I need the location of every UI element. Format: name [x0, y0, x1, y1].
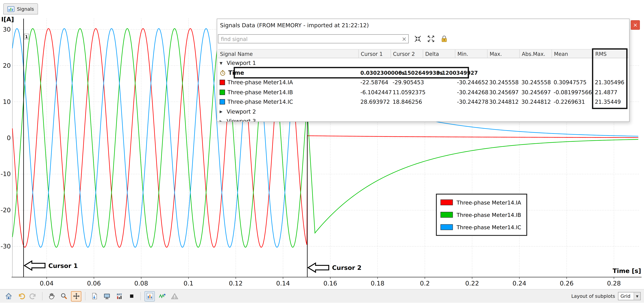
- marker-button[interactable]: [126, 291, 136, 301]
- fft-button[interactable]: FFT: [114, 291, 124, 301]
- signal-name-cell: Three-phase Meter14.IB: [218, 89, 359, 95]
- table-value-cell: -0.081997566: [552, 89, 593, 95]
- tab-signals[interactable]: Signals: [3, 3, 38, 15]
- x-tick-label: 0.04: [40, 280, 54, 287]
- column-header-cursor-1[interactable]: Cursor 1: [359, 50, 391, 58]
- subplot-layout-button[interactable]: [144, 291, 155, 301]
- legend-item: Three-phase Meter14.IA: [440, 196, 521, 208]
- signal-name-label: Time: [228, 70, 244, 76]
- signal-analyzer-workspace: 0.040.060.080.10.120.140.160.180.20.220.…: [0, 0, 644, 306]
- x-tick-label: 0.18: [371, 280, 384, 287]
- dropdown-caret-icon[interactable]: ▼: [634, 292, 640, 300]
- undo-button[interactable]: [16, 291, 26, 301]
- magnifier-icon: [60, 292, 68, 300]
- table-value-cell: 21.4877: [593, 89, 628, 95]
- column-header-cursor-2[interactable]: Cursor 2: [391, 50, 423, 58]
- x-tick-label: 0.26: [560, 280, 574, 287]
- home-button[interactable]: [3, 291, 14, 301]
- warning-triangle-icon: [170, 292, 179, 300]
- toolbar-separator: [85, 292, 86, 300]
- signal-row[interactable]: Three-phase Meter14.IC28.69397218.846256…: [218, 97, 629, 107]
- y-tick-label: -10: [0, 170, 11, 178]
- cursor-arrow-annotation: [308, 263, 329, 272]
- column-header-mean[interactable]: Mean: [552, 50, 593, 58]
- lock-icon[interactable]: [440, 35, 448, 43]
- screenshot-button[interactable]: [102, 291, 112, 301]
- column-header-abs-max-[interactable]: Abs.Max.: [520, 50, 552, 58]
- viewport-group-row[interactable]: ▶Viewport 2: [218, 107, 629, 116]
- expand-toggle-icon[interactable]: ▶: [220, 119, 224, 122]
- search-row: ×: [218, 34, 448, 43]
- signal-color-swatch: [220, 99, 225, 105]
- export-button[interactable]: [89, 291, 99, 301]
- app-window: 0.040.060.080.10.120.140.160.180.20.220.…: [0, 0, 644, 306]
- layout-of-subplots-control: Layout of subplots Grid ▼: [571, 292, 641, 300]
- close-panel-button[interactable]: ×: [631, 20, 640, 30]
- table-value-cell: -30.244652: [455, 79, 488, 86]
- svg-text:FFT: FFT: [117, 293, 122, 296]
- table-value-cell: 21.35449: [593, 99, 628, 105]
- viewport-group-row[interactable]: ▼Viewport 1: [218, 58, 629, 68]
- zoom-region-button[interactable]: [71, 291, 81, 301]
- y-tick-label: 0: [7, 134, 11, 142]
- toolbar-separator: [140, 292, 141, 300]
- expand-arrows-icon[interactable]: [427, 35, 435, 43]
- pan-hand-icon: [47, 292, 56, 300]
- table-body: ▼Viewport 1Time0.0302300006s0.1502649933…: [218, 58, 629, 122]
- table-value-cell: -0.2269631: [552, 99, 593, 105]
- signal-name-label: Viewport 2: [226, 109, 256, 115]
- time-row[interactable]: Time0.0302300006s0.1502649933s0.12003499…: [218, 68, 629, 78]
- x-tick-label: 0.08: [134, 280, 148, 287]
- find-signal-input[interactable]: [218, 36, 400, 42]
- signal-name-label: Three-phase Meter14.IA: [228, 79, 293, 86]
- export-page-icon: [90, 292, 98, 300]
- redo-button[interactable]: [28, 291, 38, 301]
- x-tick-label: 0.1: [184, 280, 194, 287]
- table-value-cell: 30.245558: [488, 79, 520, 86]
- table-value-cell: -30.244278: [455, 99, 488, 105]
- signals-tab-icon: [8, 6, 14, 12]
- table-header-row: Signal NameCursor 1Cursor 2DeltaMin.Max.…: [218, 49, 629, 58]
- clock-icon: [220, 70, 226, 76]
- column-header-max-[interactable]: Max.: [488, 50, 520, 58]
- signal-row[interactable]: Three-phase Meter14.IA-22.58764-29.90545…: [218, 78, 629, 87]
- collapse-toggle-icon[interactable]: ▼: [220, 61, 224, 65]
- black-square-icon: [127, 292, 136, 300]
- signal-row[interactable]: Three-phase Meter14.IB-6.104244711.05923…: [218, 87, 629, 97]
- table-value-cell: -29.905453: [391, 79, 423, 86]
- expand-toggle-icon[interactable]: ▶: [220, 110, 224, 114]
- fft-icon: FFT: [115, 292, 123, 300]
- signal-name-label: Viewport 3: [226, 118, 256, 122]
- legend-label: Three-phase Meter14.IC: [456, 224, 521, 230]
- table-value-cell: 0.1502649933s: [398, 70, 436, 76]
- cursor-annotation-label: Cursor 2: [332, 264, 362, 271]
- layout-select[interactable]: Grid ▼: [618, 292, 641, 300]
- table-value-cell: 0.1200349927: [436, 70, 474, 76]
- signal-color-swatch: [220, 80, 225, 85]
- panel-title: Signals Data (FROM MEMORY - imported at …: [217, 19, 629, 29]
- signal-wave-icon: [158, 292, 166, 300]
- y-tick-label: -30: [0, 243, 11, 250]
- column-header-delta[interactable]: Delta: [423, 50, 455, 58]
- signal-name-cell: Three-phase Meter14.IA: [218, 79, 359, 86]
- column-header-min-[interactable]: Min.: [455, 50, 488, 58]
- table-value-cell: 30.244812: [488, 99, 520, 105]
- signal-name-cell: ▶Viewport 3: [218, 118, 359, 122]
- table-value-cell: 0.30947575: [552, 79, 593, 86]
- pan-button[interactable]: [46, 291, 56, 301]
- y-tick-label: 10: [3, 98, 11, 105]
- column-header-signal-name[interactable]: Signal Name: [218, 50, 359, 58]
- table-value-cell: 11.0592375: [391, 89, 423, 95]
- zoom-button[interactable]: [58, 291, 69, 301]
- column-header-rms[interactable]: RMS: [593, 50, 628, 58]
- x-tick-label: 0.2: [420, 280, 430, 287]
- clear-search-icon[interactable]: ×: [400, 36, 408, 42]
- find-signal-field[interactable]: ×: [218, 34, 409, 43]
- viewport-group-row[interactable]: ▶Viewport 3: [218, 117, 629, 122]
- move-arrows-icon: [72, 292, 80, 300]
- warning-button[interactable]: [169, 291, 180, 301]
- layout-of-subplots-label: Layout of subplots: [571, 293, 615, 299]
- legend-label: Three-phase Meter14.IA: [456, 199, 521, 205]
- collapse-arrows-icon[interactable]: [414, 35, 422, 43]
- signals-decimation-button[interactable]: [157, 291, 167, 301]
